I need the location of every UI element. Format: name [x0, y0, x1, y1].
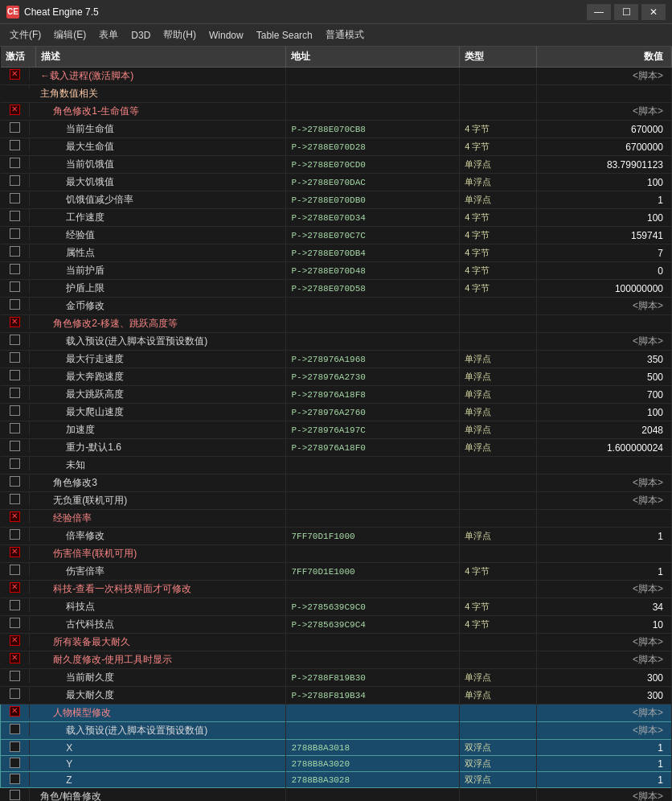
- table-row[interactable]: 最大饥饿值P->2788E070DAC单浮点100: [1, 174, 672, 191]
- table-row[interactable]: 最大耐久度P->2788F819B34单浮点300: [1, 687, 672, 704]
- active-cell[interactable]: [1, 740, 30, 754]
- close-button[interactable]: ✕: [641, 4, 666, 20]
- table-row[interactable]: 古代科技点P->2785639C9C44 字节10: [1, 616, 672, 634]
- table-row[interactable]: 耐久度修改-使用工具时显示<脚本>: [1, 651, 672, 669]
- active-cell[interactable]: [1, 156, 30, 170]
- active-cell[interactable]: [1, 227, 30, 240]
- table-row[interactable]: 角色修改3<脚本>: [1, 474, 672, 492]
- table-row[interactable]: 重力-默认1.6P->278976A18F0单浮点1.600000024: [1, 439, 672, 457]
- active-cell[interactable]: [1, 722, 30, 736]
- table-row[interactable]: 最大生命值P->2788E070D284 字节6700000: [1, 138, 672, 156]
- active-cell[interactable]: [1, 209, 30, 223]
- active-cell[interactable]: [1, 634, 30, 647]
- menu-edit[interactable]: 编辑(E): [47, 25, 92, 45]
- table-row[interactable]: 当前生命值P->2788E070CB84 字节670000: [1, 121, 672, 138]
- table-row[interactable]: 伤害倍率7FF70D1E10004 字节1: [1, 563, 672, 581]
- table-row[interactable]: 加速度P->278976A197C单浮点2048: [1, 421, 672, 439]
- active-cell[interactable]: [1, 298, 30, 311]
- active-cell[interactable]: [1, 788, 30, 801]
- table-row[interactable]: Z2788B8A3028双浮点1: [1, 772, 672, 788]
- table-row[interactable]: 科技-查看一次科技界面才可修改<脚本>: [1, 581, 672, 598]
- active-cell[interactable]: [1, 756, 30, 770]
- menu-table-search[interactable]: Table Search: [250, 27, 319, 44]
- type-cell: 单浮点: [460, 156, 537, 174]
- table-row[interactable]: 属性点P->2788E070DB44 字节7: [1, 244, 672, 262]
- active-cell[interactable]: [1, 85, 30, 88]
- table-row[interactable]: 载入预设(进入脚本设置预设数值)<脚本>: [1, 333, 672, 351]
- table-row[interactable]: 当前护盾P->2788E070D484 字节0: [1, 262, 672, 280]
- active-cell[interactable]: [1, 439, 30, 453]
- active-cell[interactable]: [1, 351, 30, 364]
- table-row[interactable]: 角色修改2-移速、跳跃高度等: [1, 315, 672, 333]
- table-row[interactable]: 倍率修改7FF70D1F1000单浮点1: [1, 528, 672, 545]
- table-row[interactable]: 经验值P->2788E070C7C4 字节159741: [1, 227, 672, 244]
- menu-file[interactable]: 文件(F): [3, 25, 47, 45]
- addr-cell: [286, 722, 460, 740]
- table-row[interactable]: 金币修改<脚本>: [1, 298, 672, 315]
- table-row[interactable]: 最大奔跑速度P->278976A2730单浮点500: [1, 368, 672, 386]
- menu-normal-mode[interactable]: 普通模式: [319, 25, 371, 45]
- table-row[interactable]: 角色修改1-生命值等<脚本>: [1, 103, 672, 121]
- addr-cell: P->2788E070C7C: [286, 227, 460, 244]
- table-row[interactable]: ←载入进程(激活脚本)<脚本>: [1, 68, 672, 85]
- table-row[interactable]: 最大行走速度P->278976A1968单浮点350: [1, 351, 672, 368]
- table-row[interactable]: X2788B8A3018双浮点1: [1, 740, 672, 756]
- active-cell[interactable]: [1, 191, 30, 205]
- active-cell[interactable]: [1, 492, 30, 506]
- active-cell[interactable]: [1, 510, 30, 524]
- active-cell[interactable]: [1, 704, 30, 718]
- table-row[interactable]: 护盾上限P->2788E070D584 字节100000000: [1, 280, 672, 298]
- menu-d3d[interactable]: D3D: [125, 27, 157, 44]
- active-cell[interactable]: [1, 616, 30, 630]
- active-cell[interactable]: [1, 138, 30, 152]
- table-row[interactable]: 无负重(联机可用)<脚本>: [1, 492, 672, 510]
- table-row[interactable]: 饥饿值减少倍率P->2788E070DB0单浮点1: [1, 191, 672, 209]
- table-row[interactable]: 最大跳跃高度P->278976A18F8单浮点700: [1, 386, 672, 404]
- table-row[interactable]: Y2788B8A3020双浮点1: [1, 756, 672, 772]
- minimize-button[interactable]: —: [587, 4, 611, 20]
- table-row[interactable]: 经验倍率: [1, 510, 672, 528]
- table-row[interactable]: 角色/帕鲁修改<脚本>: [1, 788, 672, 802]
- active-cell[interactable]: [1, 68, 30, 81]
- table-row[interactable]: 所有装备最大耐久<脚本>: [1, 634, 672, 651]
- active-cell[interactable]: [1, 103, 30, 117]
- maximize-button[interactable]: ☐: [614, 4, 638, 20]
- table-row[interactable]: 人物模型修改<脚本>: [1, 704, 672, 722]
- active-cell[interactable]: [1, 262, 30, 276]
- active-cell[interactable]: [1, 386, 30, 400]
- table-row[interactable]: 载入预设(进入脚本设置预设数值)<脚本>: [1, 722, 672, 740]
- table-row[interactable]: 未知: [1, 457, 672, 474]
- active-cell[interactable]: [1, 404, 30, 417]
- active-cell[interactable]: [1, 174, 30, 187]
- active-cell[interactable]: [1, 474, 30, 488]
- active-cell[interactable]: [1, 598, 30, 612]
- menu-window[interactable]: Window: [203, 27, 250, 44]
- table-row[interactable]: 工作速度P->2788E070D344 字节100: [1, 209, 672, 227]
- active-cell[interactable]: [1, 651, 30, 665]
- menu-table[interactable]: 表单: [92, 25, 125, 45]
- menu-help[interactable]: 帮助(H): [157, 25, 203, 45]
- active-cell[interactable]: [1, 772, 30, 786]
- table-row[interactable]: 当前耐久度P->2788F819B30单浮点300: [1, 669, 672, 687]
- value-cell: 700: [537, 386, 672, 404]
- table-row[interactable]: 科技点P->2785639C9C04 字节34: [1, 598, 672, 616]
- active-cell[interactable]: [1, 581, 30, 594]
- active-cell[interactable]: [1, 315, 30, 329]
- active-cell[interactable]: [1, 244, 30, 258]
- active-cell[interactable]: [1, 280, 30, 294]
- active-cell[interactable]: [1, 669, 30, 683]
- active-cell[interactable]: [1, 368, 30, 382]
- active-cell[interactable]: [1, 563, 30, 577]
- active-cell[interactable]: [1, 687, 30, 700]
- table-row[interactable]: 伤害倍率(联机可用): [1, 545, 672, 563]
- active-cell[interactable]: [1, 121, 30, 134]
- active-cell[interactable]: [1, 528, 30, 541]
- active-cell[interactable]: [1, 545, 30, 559]
- table-row[interactable]: 主角数值相关: [1, 85, 672, 103]
- active-cell[interactable]: [1, 333, 30, 347]
- table-row[interactable]: 最大爬山速度P->278976A2760单浮点100: [1, 404, 672, 421]
- table-row[interactable]: 当前饥饿值P->2788E070CD0单浮点83.79901123: [1, 156, 672, 174]
- addr-cell: 7FF70D1F1000: [286, 528, 460, 545]
- active-cell[interactable]: [1, 457, 30, 470]
- active-cell[interactable]: [1, 421, 30, 435]
